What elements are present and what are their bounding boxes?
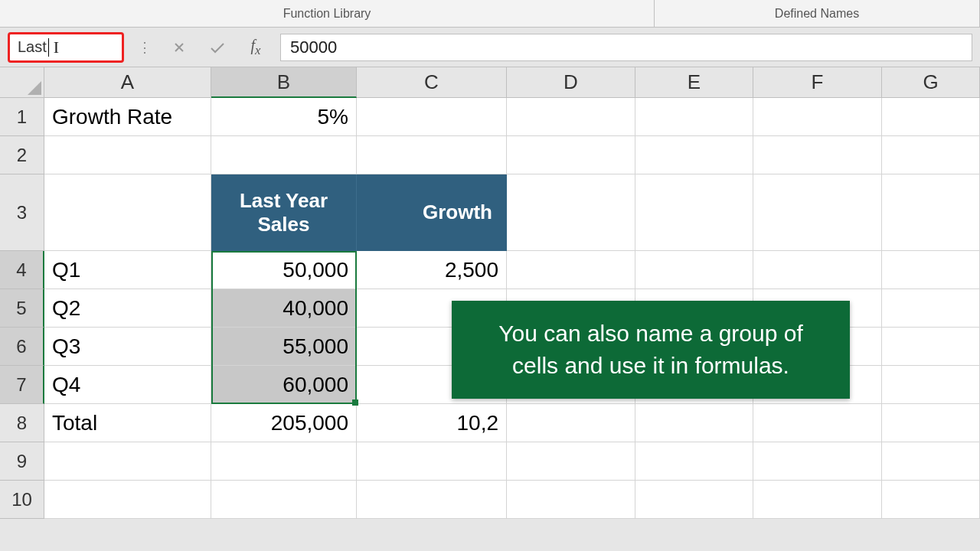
col-header-C[interactable]: C [357, 67, 507, 98]
cell-B7[interactable]: 60,000 [211, 366, 357, 404]
cell-D9[interactable] [507, 442, 635, 481]
cell-G1[interactable] [882, 98, 980, 136]
ribbon-group-function-library: Function Library [0, 0, 655, 27]
ibeam-cursor-icon: I [54, 37, 59, 57]
cell-B6[interactable]: 55,000 [211, 328, 357, 366]
row-header-7[interactable]: 7 [0, 366, 44, 404]
row-10: 10 [0, 481, 980, 519]
cell-D10[interactable] [507, 481, 635, 519]
cell-B8[interactable]: 205,000 [211, 404, 357, 442]
cell-C1[interactable] [357, 98, 507, 136]
cell-E4[interactable] [635, 251, 753, 289]
cell-G2[interactable] [882, 136, 980, 174]
row-3: 3 Last Year Sales Growth [0, 174, 980, 251]
cancel-button[interactable] [165, 35, 193, 60]
enter-button[interactable] [204, 35, 231, 60]
cell-A4[interactable]: Q1 [44, 251, 211, 289]
ribbon-group-labels: Function Library Defined Names [0, 0, 980, 28]
cell-F10[interactable] [753, 481, 882, 519]
cell-F9[interactable] [753, 442, 882, 481]
cell-G5[interactable] [882, 289, 980, 328]
cell-F8[interactable] [753, 404, 882, 442]
col-header-B[interactable]: B [211, 67, 357, 98]
cell-C3-header[interactable]: Growth [357, 174, 507, 251]
col-header-D[interactable]: D [507, 67, 635, 98]
cell-E1[interactable] [635, 98, 753, 136]
cell-B1[interactable]: 5% [211, 98, 357, 136]
cell-D2[interactable] [507, 136, 635, 174]
row-header-5[interactable]: 5 [0, 289, 44, 328]
cell-B10[interactable] [211, 481, 357, 519]
row-header-3[interactable]: 3 [0, 174, 44, 251]
cell-F1[interactable] [753, 98, 882, 136]
col-header-G[interactable]: G [882, 67, 980, 98]
row-header-9[interactable]: 9 [0, 442, 44, 481]
cell-A3[interactable] [44, 174, 211, 251]
name-box[interactable]: Last I [8, 32, 124, 63]
cell-E10[interactable] [635, 481, 753, 519]
cell-G3[interactable] [882, 174, 980, 251]
cell-G7[interactable] [882, 366, 980, 404]
formula-input[interactable]: 50000 [280, 34, 972, 61]
row-1: 1 Growth Rate 5% [0, 98, 980, 136]
tip-overlay: You can also name a group of cells and u… [452, 301, 850, 399]
cell-C9[interactable] [357, 442, 507, 481]
row-header-10[interactable]: 10 [0, 481, 44, 519]
cell-C8[interactable]: 10,2 [357, 404, 507, 442]
formula-bar: Last I ⋮ fx 50000 [0, 28, 980, 67]
spreadsheet-grid[interactable]: A B C D E F G 1 Growth Rate 5% 2 [0, 67, 980, 519]
cell-A5[interactable]: Q2 [44, 289, 211, 328]
cell-G10[interactable] [882, 481, 980, 519]
cell-G6[interactable] [882, 328, 980, 366]
cell-E8[interactable] [635, 404, 753, 442]
cell-G4[interactable] [882, 251, 980, 289]
select-all-corner[interactable] [0, 67, 44, 98]
insert-function-button[interactable]: fx [242, 35, 270, 60]
cell-E9[interactable] [635, 442, 753, 481]
cell-E2[interactable] [635, 136, 753, 174]
cell-A2[interactable] [44, 136, 211, 174]
name-box-value: Last [18, 38, 47, 56]
row-header-2[interactable]: 2 [0, 136, 44, 174]
cell-A6[interactable]: Q3 [44, 328, 211, 366]
cell-A9[interactable] [44, 442, 211, 481]
cell-D1[interactable] [507, 98, 635, 136]
cell-B5[interactable]: 40,000 [211, 289, 357, 328]
cell-D8[interactable] [507, 404, 635, 442]
cell-D3[interactable] [507, 174, 635, 251]
row-header-4[interactable]: 4 [0, 251, 44, 289]
cell-G9[interactable] [882, 442, 980, 481]
cell-B4[interactable]: 50,000 [211, 251, 357, 289]
cell-E3[interactable] [635, 174, 753, 251]
row-2: 2 [0, 136, 980, 174]
text-cursor [48, 38, 49, 57]
row-header-6[interactable]: 6 [0, 328, 44, 366]
cell-A7[interactable]: Q4 [44, 366, 211, 404]
menu-dots-icon[interactable]: ⋮ [135, 39, 155, 56]
app-window: Function Library Defined Names Last I ⋮ … [0, 0, 980, 551]
cell-B3-header[interactable]: Last Year Sales [211, 174, 357, 251]
cell-A1[interactable]: Growth Rate [44, 98, 211, 136]
cell-C4[interactable]: 2,500 [357, 251, 507, 289]
col-header-F[interactable]: F [753, 67, 882, 98]
cell-B2[interactable] [211, 136, 357, 174]
cell-A8[interactable]: Total [44, 404, 211, 442]
col-header-A[interactable]: A [44, 67, 211, 98]
row-header-1[interactable]: 1 [0, 98, 44, 136]
column-headers: A B C D E F G [0, 67, 980, 98]
cell-C2[interactable] [357, 136, 507, 174]
cell-B9[interactable] [211, 442, 357, 481]
cell-D4[interactable] [507, 251, 635, 289]
fx-icon: fx [251, 37, 261, 58]
cell-A10[interactable] [44, 481, 211, 519]
ribbon-group-defined-names: Defined Names [655, 0, 980, 27]
row-8: 8 Total 205,000 10,2 [0, 404, 980, 442]
cell-G8[interactable] [882, 404, 980, 442]
cell-F3[interactable] [753, 174, 882, 251]
row-4: 4 Q1 50,000 2,500 [0, 251, 980, 289]
cell-F2[interactable] [753, 136, 882, 174]
cell-C10[interactable] [357, 481, 507, 519]
cell-F4[interactable] [753, 251, 882, 289]
row-header-8[interactable]: 8 [0, 404, 44, 442]
col-header-E[interactable]: E [635, 67, 753, 98]
